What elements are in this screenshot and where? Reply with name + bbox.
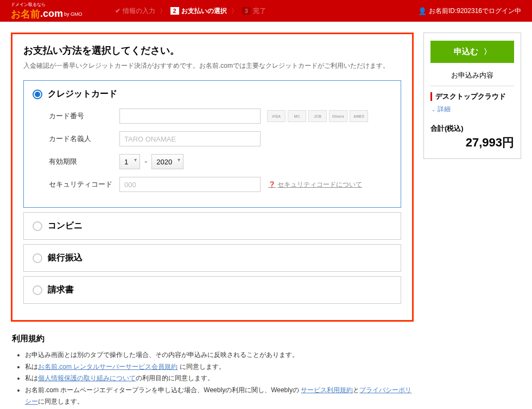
card-number-input[interactable] xyxy=(119,108,261,124)
detail-link-label: 詳細 xyxy=(438,105,451,114)
logo-tagline: ドメイン取るなら xyxy=(11,2,83,8)
visa-icon: VISA xyxy=(267,110,286,122)
step-1-label: 情報の入力 xyxy=(123,7,155,16)
card-number-label: カード番号 xyxy=(49,111,119,121)
step-3: 3 完了 xyxy=(242,7,266,16)
card-name-input[interactable] xyxy=(119,131,261,146)
radio-credit[interactable] xyxy=(33,90,42,99)
radio-conveni[interactable] xyxy=(33,221,42,231)
logo-part1: お名前 xyxy=(11,8,40,21)
user-login-status: 👤 お名前ID:9202316でログイン中 xyxy=(418,7,521,16)
cvv-help-link[interactable]: ❓ セキュリティコードについて xyxy=(268,180,362,189)
expiry-year-select[interactable]: 2020 xyxy=(151,154,183,169)
product-row: デスクトップクラウド xyxy=(430,92,514,101)
terms-item: 私はお名前.com レンタルサーバーサービス会員規約 に同意します。 xyxy=(25,361,414,373)
chevron-right-icon: 〉 xyxy=(160,7,166,16)
step-2: 2 お支払いの選択 xyxy=(170,7,227,16)
logo[interactable]: ドメイン取るなら お名前 .com by GMO xyxy=(11,2,83,21)
payment-section: お支払い方法を選択してください。 入金確認が一番早いクレジットカード決済がおすす… xyxy=(11,33,414,322)
mastercard-icon: MC xyxy=(288,110,306,122)
user-icon: 👤 xyxy=(418,7,427,15)
expiry-separator: - xyxy=(144,157,147,167)
terms-list: お申込み画面とは別のタブで操作した場合、その内容が申込みに反映されることがありま… xyxy=(12,349,414,409)
jcb-icon: JCB xyxy=(308,110,327,122)
logo-part2: .com xyxy=(40,8,63,20)
product-name: デスクトップクラウド xyxy=(435,92,506,101)
step-3-label: 完了 xyxy=(253,7,266,16)
step-1: ✔ 情報の入力 xyxy=(115,7,155,16)
total-price: 27,993円 xyxy=(430,135,514,151)
total-label: 合計(税込) xyxy=(430,124,514,133)
diners-icon: Diners xyxy=(329,110,347,122)
payment-option-conveni[interactable]: コンビニ xyxy=(23,212,401,240)
payment-title: お支払い方法を選択してください。 xyxy=(23,44,401,57)
order-summary-sidebar: 申込む 〉 お申込み内容 デスクトップクラウド ⌄ 詳細 合計(税込) 27,9… xyxy=(423,33,521,159)
amex-icon: AMEX xyxy=(350,110,368,122)
payment-option-label: 請求書 xyxy=(48,284,74,296)
card-brand-logos: VISA MC JCB Diners AMEX xyxy=(267,110,368,122)
terms-link[interactable]: サービス利用規約 xyxy=(301,386,353,394)
chevron-right-icon: 〉 xyxy=(231,7,238,16)
card-cvv-input[interactable] xyxy=(119,177,261,192)
card-name-label: カード名義人 xyxy=(49,134,119,144)
radio-invoice[interactable] xyxy=(33,285,42,295)
card-cvv-label: セキュリティコード xyxy=(49,180,119,189)
step-3-num: 3 xyxy=(242,7,251,15)
radio-bank[interactable] xyxy=(33,253,42,263)
terms-item: お名前.com ホームページエディタープランを申し込む場合、Weeblyの利用に… xyxy=(25,385,414,408)
payment-option-label: コンビニ xyxy=(48,220,83,232)
accent-bar xyxy=(430,92,432,101)
payment-option-invoice[interactable]: 請求書 xyxy=(23,276,401,304)
check-icon: ✔ xyxy=(115,7,121,15)
sidebar-contents-title: お申込み内容 xyxy=(430,71,514,86)
logo-gmo: by GMO xyxy=(64,11,83,17)
terms-section: 利用規約 お申込み画面とは別のタブで操作した場合、その内容が申込みに反映されるこ… xyxy=(11,334,414,409)
chevron-down-icon: ⌄ xyxy=(432,107,436,112)
terms-item: お申込み画面とは別のタブで操作した場合、その内容が申込みに反映されることがありま… xyxy=(25,349,414,361)
payment-option-label: 銀行振込 xyxy=(48,252,83,264)
apply-button-label: 申込む xyxy=(454,47,478,57)
chevron-right-icon: 〉 xyxy=(484,47,491,57)
card-expiry-label: 有効期限 xyxy=(49,157,119,167)
payment-option-label: クレジットカード xyxy=(48,88,117,100)
payment-desc: 入金確認が一番早いクレジットカード決済がおすすめです。お名前.comでは主要なク… xyxy=(23,61,401,71)
progress-steps: ✔ 情報の入力 〉 2 お支払いの選択 〉 3 完了 xyxy=(115,7,266,16)
expiry-month-select[interactable]: 1 xyxy=(119,154,140,169)
terms-item: 私は個人情報保護の取り組みについての利用目的に同意します。 xyxy=(25,373,414,385)
user-label: お名前ID:9202316でログイン中 xyxy=(429,7,521,16)
payment-option-credit[interactable]: クレジットカード カード番号 VISA MC JCB Diners AMEX xyxy=(23,80,401,208)
step-2-num: 2 xyxy=(170,7,179,15)
apply-button[interactable]: 申込む 〉 xyxy=(430,41,514,63)
question-icon: ❓ xyxy=(268,181,276,188)
credit-card-form: カード番号 VISA MC JCB Diners AMEX カード名義人 xyxy=(33,108,392,192)
step-2-label: お支払いの選択 xyxy=(181,7,227,16)
terms-link[interactable]: 個人情報保護の取り組みについて xyxy=(38,374,136,382)
terms-link[interactable]: お名前.com レンタルサーバーサービス会員規約 xyxy=(38,363,178,370)
payment-option-bank[interactable]: 銀行振込 xyxy=(23,244,401,272)
terms-title: 利用規約 xyxy=(12,334,414,344)
detail-link[interactable]: ⌄ 詳細 xyxy=(432,105,514,114)
cvv-help-text: セキュリティコードについて xyxy=(277,180,362,189)
header-bar: ドメイン取るなら お名前 .com by GMO ✔ 情報の入力 〉 2 お支払… xyxy=(0,0,532,22)
